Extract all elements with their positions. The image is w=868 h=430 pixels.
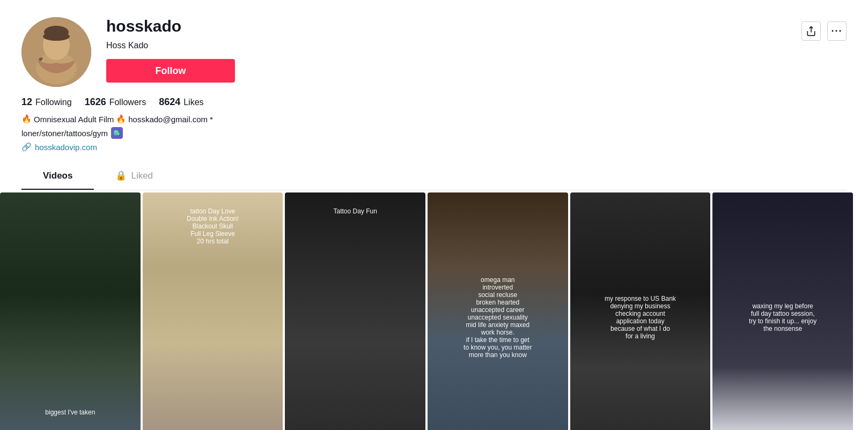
- video-item[interactable]: waxing my leg beforefull day tattoo sess…: [712, 192, 853, 430]
- avatar-image: [21, 17, 91, 87]
- fire-emoji-2: 🔥: [116, 114, 126, 124]
- stats-row: 12 Following 1626 Followers 8624 Likes: [21, 97, 801, 108]
- video-item[interactable]: tattoo Day LoveDouble Ink Action!Blackou…: [143, 192, 283, 430]
- video-overlay-text: tattoo Day LoveDouble Ink Action!Blackou…: [143, 203, 283, 249]
- profile-info: hosskado Hoss Kado Follow: [106, 17, 801, 83]
- profile-header: hosskado Hoss Kado Follow: [21, 17, 801, 87]
- avatar: [21, 17, 91, 87]
- videos-grid: biggest I've taken ▶ 168 😂 #fyp #fypシ #x…: [0, 190, 868, 430]
- video-overlay-text: waxing my leg beforefull day tattoo sess…: [712, 298, 853, 337]
- header-row: hosskado Hoss Kado Follow 12 Following 1…: [21, 17, 847, 162]
- lock-icon: 🔒: [115, 170, 127, 181]
- link-icon: 🔗: [21, 142, 32, 152]
- share-icon: [806, 26, 816, 36]
- svg-point-4: [43, 32, 70, 41]
- video-thumbnail: tattoo Day LoveDouble Ink Action!Blackou…: [143, 192, 283, 430]
- tabs-bar: Videos 🔒 Liked: [21, 162, 847, 190]
- follow-button[interactable]: Follow: [106, 59, 235, 83]
- video-item[interactable]: my response to US Bankdenying my busines…: [570, 192, 711, 430]
- zodiac-badge: ♏: [111, 127, 123, 139]
- followers-stat[interactable]: 1626 Followers: [85, 97, 146, 108]
- profile-section: hosskado Hoss Kado Follow 12 Following 1…: [0, 0, 868, 190]
- video-item[interactable]: biggest I've taken ▶ 168 😂 #fyp #fypシ #x…: [0, 192, 141, 430]
- followers-label: Followers: [109, 98, 146, 107]
- fire-emoji-1: 🔥: [21, 114, 32, 124]
- video-thumbnail: Tattoo Day Fun ▶ 474: [285, 192, 425, 430]
- video-thumbnail: biggest I've taken ▶ 168: [0, 192, 141, 430]
- likes-stat[interactable]: 8624 Likes: [159, 97, 203, 108]
- following-count: 12: [21, 97, 32, 108]
- display-name: Hoss Kado: [106, 41, 801, 50]
- video-overlay-text: Tattoo Day Fun: [285, 203, 425, 219]
- bio-row: 🔥 Omnisexual Adult Film 🔥 hosskado@gmail…: [21, 114, 801, 124]
- following-label: Following: [35, 98, 72, 107]
- share-button[interactable]: [801, 21, 821, 41]
- website-row: 🔗 hosskadovip.com: [21, 142, 801, 152]
- bio-text1: Omnisexual Adult Film: [34, 115, 114, 124]
- followers-count: 1626: [85, 97, 106, 108]
- avatar-svg: [21, 17, 91, 87]
- bio-tagline-row: loner/stoner/tattoos/gym ♏: [21, 127, 801, 139]
- username: hosskado: [106, 17, 801, 35]
- tab-videos[interactable]: Videos: [21, 163, 94, 190]
- bio-tagline: loner/stoner/tattoos/gym: [21, 129, 108, 138]
- likes-count: 8624: [159, 97, 180, 108]
- video-thumbnail: omega manintrovertedsocial reclusebroken…: [428, 192, 568, 430]
- tab-liked-label: Liked: [131, 170, 153, 181]
- video-overlay-text: my response to US Bankdenying my busines…: [570, 291, 711, 344]
- more-icon: ···: [831, 26, 842, 37]
- video-thumbnail: my response to US Bankdenying my busines…: [570, 192, 711, 430]
- tab-videos-label: Videos: [43, 170, 72, 181]
- video-item[interactable]: omega manintrovertedsocial reclusebroken…: [428, 192, 568, 430]
- header-main: hosskado Hoss Kado Follow 12 Following 1…: [21, 17, 801, 162]
- video-overlay-text: biggest I've taken: [0, 404, 141, 420]
- header-actions: ···: [801, 17, 847, 41]
- tab-liked[interactable]: 🔒 Liked: [94, 162, 174, 190]
- video-thumbnail: waxing my leg beforefull day tattoo sess…: [712, 192, 853, 430]
- more-button[interactable]: ···: [827, 21, 847, 41]
- video-item[interactable]: Tattoo Day Fun ▶ 474 #duet with ▶: [285, 192, 425, 430]
- video-overlay-text: omega manintrovertedsocial reclusebroken…: [428, 272, 568, 363]
- following-stat[interactable]: 12 Following: [21, 97, 72, 108]
- likes-label: Likes: [183, 98, 203, 107]
- website-link[interactable]: hosskadovip.com: [35, 143, 97, 152]
- bio-email: hosskado@gmail.com: [128, 115, 208, 124]
- bio-asterisk: *: [210, 115, 213, 124]
